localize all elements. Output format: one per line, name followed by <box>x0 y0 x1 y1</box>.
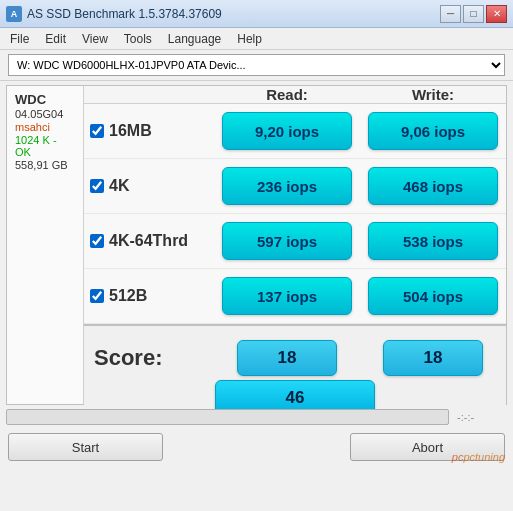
app-icon: A <box>6 6 22 22</box>
drive-firmware: 04.05G04 <box>15 108 75 120</box>
row-4k64-name: 4K-64Thrd <box>109 232 188 250</box>
row-512b-write-value: 504 iops <box>368 277 498 315</box>
row-16mb-write-value: 9,06 iops <box>368 112 498 150</box>
row-4k64-label: 4K-64Thrd <box>84 232 214 250</box>
table-row: 4K 236 iops 468 iops <box>84 159 506 214</box>
titlebar-controls: ─ □ ✕ <box>440 5 507 23</box>
titlebar-left: A AS SSD Benchmark 1.5.3784.37609 <box>6 6 222 22</box>
watermark: pcpctuning <box>452 451 505 463</box>
score-read-cell: 18 <box>214 332 360 384</box>
score-write-value: 18 <box>383 340 483 376</box>
menu-language[interactable]: Language <box>164 30 225 48</box>
row-4k-read-cell: 236 iops <box>214 159 360 213</box>
score-read-value: 18 <box>237 340 337 376</box>
row-4k-read-value: 236 iops <box>222 167 352 205</box>
dropdown-bar: W: WDC WD6000HLHX-01JPVP0 ATA Devic... <box>0 50 513 81</box>
progress-time: -:-:- <box>457 411 507 423</box>
row-512b-read-cell: 137 iops <box>214 269 360 323</box>
grid-header: Read: Write: <box>84 86 506 104</box>
table-row: 512B 137 iops 504 iops <box>84 269 506 324</box>
header-write: Write: <box>360 86 506 103</box>
score-write-cell: 18 <box>360 332 506 384</box>
row-16mb-write-cell: 9,06 iops <box>360 104 506 158</box>
drive-info-panel: WDC 04.05G04 msahci 1024 K - OK 558,91 G… <box>7 86 84 404</box>
row-4k-write-cell: 468 iops <box>360 159 506 213</box>
drive-perf: 1024 K - OK <box>15 134 75 158</box>
row-4k-write-value: 468 iops <box>368 167 498 205</box>
progress-bar-container <box>6 409 449 425</box>
row-4k64-write-cell: 538 iops <box>360 214 506 268</box>
header-read: Read: <box>214 86 360 103</box>
table-row: 16MB 9,20 iops 9,06 iops <box>84 104 506 159</box>
minimize-button[interactable]: ─ <box>440 5 461 23</box>
row-512b-write-cell: 504 iops <box>360 269 506 323</box>
start-button[interactable]: Start <box>8 433 163 461</box>
titlebar: A AS SSD Benchmark 1.5.3784.37609 ─ □ ✕ <box>0 0 513 28</box>
row-512b-read-value: 137 iops <box>222 277 352 315</box>
drive-driver: msahci <box>15 121 75 133</box>
row-4k64-checkbox[interactable] <box>90 234 104 248</box>
menu-help[interactable]: Help <box>233 30 266 48</box>
row-4k64-read-value: 597 iops <box>222 222 352 260</box>
row-512b-checkbox[interactable] <box>90 289 104 303</box>
menu-view[interactable]: View <box>78 30 112 48</box>
row-16mb-label: 16MB <box>84 122 214 140</box>
row-512b-name: 512B <box>109 287 147 305</box>
row-16mb-read-cell: 9,20 iops <box>214 104 360 158</box>
bottom-bar: Start Abort <box>0 429 513 465</box>
menu-tools[interactable]: Tools <box>120 30 156 48</box>
row-16mb-name: 16MB <box>109 122 152 140</box>
menubar: File Edit View Tools Language Help <box>0 28 513 50</box>
row-512b-label: 512B <box>84 287 214 305</box>
score-label: Score: <box>84 345 214 371</box>
row-4k-checkbox[interactable] <box>90 179 104 193</box>
progress-area: -:-:- <box>6 409 507 425</box>
results-grid: Read: Write: 16MB 9,20 iops 9,06 iops 4K <box>84 86 506 404</box>
row-16mb-checkbox[interactable] <box>90 124 104 138</box>
row-4k-label: 4K <box>84 177 214 195</box>
close-button[interactable]: ✕ <box>486 5 507 23</box>
row-4k64-read-cell: 597 iops <box>214 214 360 268</box>
menu-file[interactable]: File <box>6 30 33 48</box>
row-4k-name: 4K <box>109 177 129 195</box>
bottom-section: Start Abort pcpctuning <box>0 429 513 465</box>
row-4k64-write-value: 538 iops <box>368 222 498 260</box>
menu-edit[interactable]: Edit <box>41 30 70 48</box>
row-16mb-read-value: 9,20 iops <box>222 112 352 150</box>
drive-name: WDC <box>15 92 75 107</box>
drive-size: 558,91 GB <box>15 159 75 171</box>
maximize-button[interactable]: □ <box>463 5 484 23</box>
main-area: WDC 04.05G04 msahci 1024 K - OK 558,91 G… <box>6 85 507 405</box>
drive-select[interactable]: W: WDC WD6000HLHX-01JPVP0 ATA Devic... <box>8 54 505 76</box>
window-title: AS SSD Benchmark 1.5.3784.37609 <box>27 7 222 21</box>
header-empty <box>84 86 214 103</box>
score-row: Score: 18 18 <box>84 332 506 378</box>
table-row: 4K-64Thrd 597 iops 538 iops <box>84 214 506 269</box>
